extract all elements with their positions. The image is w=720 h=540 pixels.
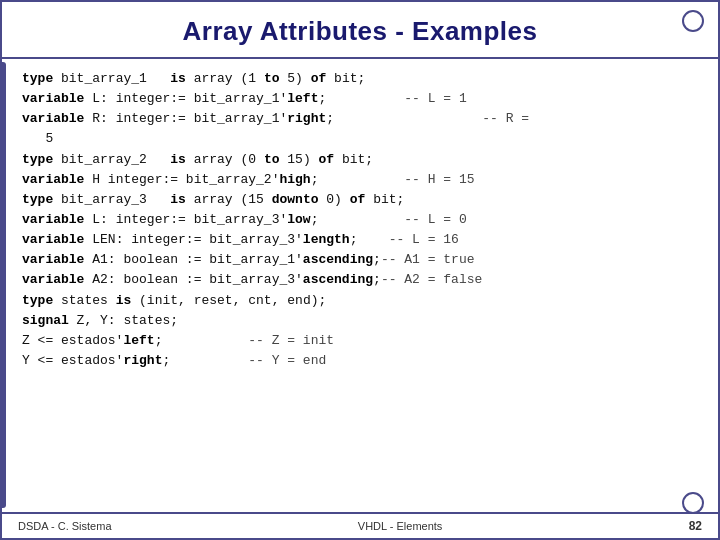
comment-3: -- R = <box>482 111 529 126</box>
kw-var-2: variable <box>22 91 84 106</box>
code-line-3b: 5 <box>22 129 702 149</box>
code-line-11: type states is (init, reset, cnt, end); <box>22 291 702 311</box>
kw-is-11: is <box>116 293 132 308</box>
attr-length-8: length <box>303 232 350 247</box>
code-line-14: Y <= estados'right; -- Y = end <box>22 351 702 371</box>
code-line-6: type bit_array_3 is array (15 downto 0) … <box>22 190 702 210</box>
code-line-5: variable H integer:= bit_array_2'high; -… <box>22 170 702 190</box>
code-line-1: type bit_array_1 is array (1 to 5) of bi… <box>22 69 702 89</box>
comment-9: -- A1 = true <box>381 252 475 267</box>
kw-of-1: of <box>311 71 327 86</box>
kw-type-4: type <box>22 152 53 167</box>
kw-var-8: variable <box>22 232 84 247</box>
kw-type-6: type <box>22 192 53 207</box>
kw-var-10: variable <box>22 272 84 287</box>
attr-left-13: left <box>123 333 154 348</box>
kw-var-9: variable <box>22 252 84 267</box>
comment-10: -- A2 = false <box>381 272 482 287</box>
kw-var-5: variable <box>22 172 84 187</box>
corner-circle-top-icon <box>682 10 704 32</box>
code-line-8: variable LEN: integer:= bit_array_3'leng… <box>22 230 702 250</box>
code-line-4: type bit_array_2 is array (0 to 15) of b… <box>22 150 702 170</box>
slide: Array Attributes - Examples type bit_arr… <box>0 0 720 540</box>
kw-type-1: type <box>22 71 53 86</box>
kw-is-1: is <box>170 71 186 86</box>
footer-center-text: VHDL - Elements <box>358 520 443 532</box>
code-line-12: signal Z, Y: states; <box>22 311 702 331</box>
attr-right-3: right <box>287 111 326 126</box>
code-line-13: Z <= estados'left; -- Z = init <box>22 331 702 351</box>
left-accent-bar <box>2 62 6 508</box>
code-line-10: variable A2: boolean := bit_array_3'asce… <box>22 270 702 290</box>
kw-is-4: is <box>170 152 186 167</box>
kw-var-3: variable <box>22 111 84 126</box>
kw-of-4: of <box>319 152 335 167</box>
comment-2: -- L = 1 <box>404 91 466 106</box>
kw-is-6: is <box>170 192 186 207</box>
kw-var-7: variable <box>22 212 84 227</box>
attr-low-7: low <box>287 212 310 227</box>
comment-8: -- L = 16 <box>389 232 459 247</box>
attr-right-14: right <box>123 353 162 368</box>
kw-of-6: of <box>350 192 366 207</box>
kw-signal-12: signal <box>22 313 69 328</box>
slide-footer: DSDA - C. Sistema VHDL - Elements 82 <box>2 512 718 538</box>
code-content: type bit_array_1 is array (1 to 5) of bi… <box>2 59 718 512</box>
kw-downto-6: downto <box>272 192 319 207</box>
attr-left-2: left <box>287 91 318 106</box>
code-line-9: variable A1: boolean := bit_array_1'asce… <box>22 250 702 270</box>
footer-page-number: 82 <box>689 519 702 533</box>
code-line-3: variable R: integer:= bit_array_1'right;… <box>22 109 702 129</box>
comment-7: -- L = 0 <box>404 212 466 227</box>
comment-5: -- H = 15 <box>404 172 474 187</box>
footer-left-text: DSDA - C. Sistema <box>18 520 112 532</box>
slide-header: Array Attributes - Examples <box>2 2 718 59</box>
attr-asc-9: ascending <box>303 252 373 267</box>
kw-to-4: to <box>264 152 280 167</box>
corner-circle-bottom-icon <box>682 492 704 514</box>
code-line-7: variable L: integer:= bit_array_3'low; -… <box>22 210 702 230</box>
comment-13: -- Z = init <box>248 333 334 348</box>
comment-14: -- Y = end <box>248 353 326 368</box>
kw-to-1: to <box>264 71 280 86</box>
slide-title: Array Attributes - Examples <box>22 16 698 47</box>
attr-asc-10: ascending <box>303 272 373 287</box>
code-line-2: variable L: integer:= bit_array_1'left; … <box>22 89 702 109</box>
attr-high-5: high <box>279 172 310 187</box>
kw-type-11: type <box>22 293 53 308</box>
